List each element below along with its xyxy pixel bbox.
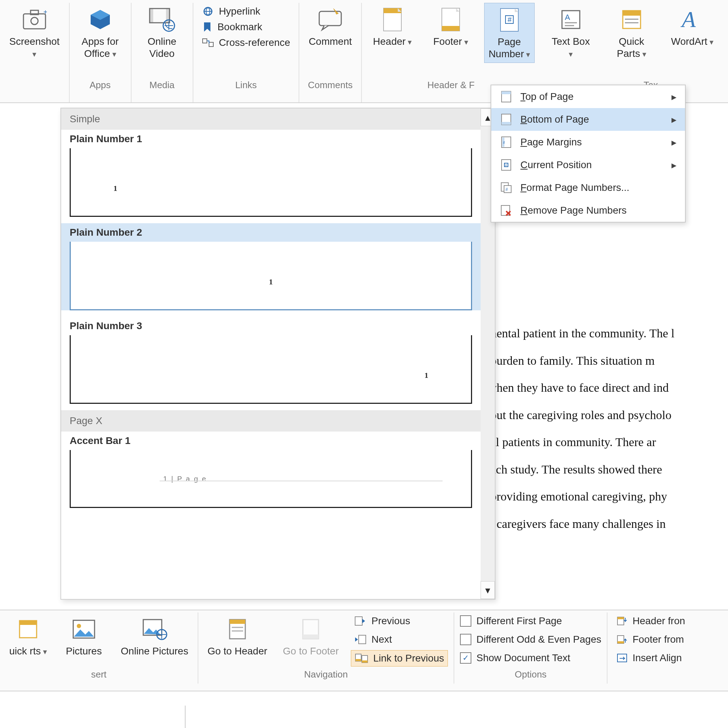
comment-button[interactable]: Comment	[305, 3, 355, 50]
svg-rect-17	[442, 26, 460, 31]
quick-parts-icon	[618, 6, 645, 34]
gallery-option-plain-1[interactable]: Plain Number 1 1	[61, 130, 480, 217]
gallery-preview: 1	[70, 242, 472, 310]
next-icon	[355, 635, 367, 644]
go-to-footer-button: Go to Footer	[279, 612, 342, 660]
svg-rect-57	[355, 617, 362, 625]
screenshot-button[interactable]: + Screenshot	[6, 3, 63, 62]
page-number-label: Page Number	[488, 36, 531, 60]
wordart-label: WordArt	[671, 35, 713, 47]
insert-alignment-tab-button[interactable]: Insert Align	[613, 650, 688, 666]
gallery-option-label: Plain Number 2	[61, 223, 480, 241]
page-current-icon: #	[500, 159, 512, 171]
screenshot-label: Screenshot	[9, 35, 60, 60]
different-first-page-checkbox[interactable]: Different First Page	[460, 613, 601, 629]
group-comments: Comment Comments	[299, 3, 361, 102]
svg-text:#: #	[508, 16, 512, 23]
checkbox-icon	[460, 634, 471, 645]
drop-cap-button[interactable]: A Dr Ca	[725, 3, 728, 62]
gallery-category-simple: Simple	[61, 109, 480, 130]
comment-label: Comment	[309, 35, 352, 47]
go-to-header-button[interactable]: Go to Header	[204, 612, 271, 660]
scroll-down-icon[interactable]: ▾	[480, 581, 495, 599]
apps-label: Apps for Office	[79, 35, 122, 60]
previous-section-button[interactable]: Previous	[351, 613, 448, 629]
submenu-arrow-icon: ▸	[671, 91, 676, 103]
link-previous-icon	[355, 653, 368, 663]
apps-for-office-button[interactable]: Apps for Office	[75, 3, 125, 62]
show-document-text-checkbox[interactable]: Show Document Text	[460, 650, 601, 666]
gallery-preview: 1 | P a g e	[70, 450, 472, 508]
svg-text:#: #	[503, 141, 505, 145]
crossref-icon	[202, 37, 214, 48]
different-odd-even-checkbox[interactable]: Different Odd & Even Pages	[460, 632, 601, 647]
wordart-icon: A	[678, 6, 706, 34]
wordart-button[interactable]: A WordArt	[667, 3, 717, 50]
footer-boundary-marker	[185, 706, 185, 728]
gallery-preview: 1	[70, 335, 472, 404]
header-button[interactable]: Header	[367, 3, 418, 50]
quick-parts-button[interactable]: Quick Parts	[604, 3, 659, 62]
comment-icon	[317, 6, 344, 34]
svg-rect-66	[618, 641, 624, 643]
text-box-label: Text Box	[549, 35, 592, 60]
header-from-top-button[interactable]: Header fron	[613, 613, 688, 629]
online-pictures-button[interactable]: Online Pictures	[117, 612, 192, 660]
svg-rect-26	[623, 11, 641, 16]
media-group-label: Media	[137, 78, 187, 94]
text-box-button[interactable]: A Text Box	[546, 3, 596, 62]
link-to-previous-button[interactable]: Link to Previous	[351, 650, 448, 667]
menu-format-page-numbers[interactable]: # Format Page Numbers...Format Page Numb…	[491, 176, 685, 199]
page-margins-icon: #	[500, 136, 512, 148]
svg-rect-11	[203, 39, 207, 43]
page-number-button[interactable]: # Page Number	[484, 3, 535, 63]
crossref-label: Cross-reference	[219, 37, 291, 48]
group-insert2: uick rts Pictures Online Pictures sert	[0, 612, 198, 684]
quick-parts-icon	[14, 615, 42, 643]
online-pictures-icon	[141, 615, 168, 643]
checkbox-icon	[460, 615, 471, 627]
svg-rect-7	[150, 9, 153, 23]
cross-reference-button[interactable]: Cross-reference	[199, 36, 293, 49]
online-video-button[interactable]: Online Video	[137, 3, 187, 62]
menu-current-position[interactable]: # Current PositionCurrent Position ▸	[491, 154, 685, 176]
gallery-category-pagex: Page X	[61, 410, 480, 431]
group-options: Different First Page Different Odd & Eve…	[454, 612, 607, 684]
bookmark-button[interactable]: Bookmark	[199, 21, 293, 34]
bookmark-label: Bookmark	[217, 21, 262, 33]
group-links: Hyperlink Bookmark Cross-reference Links	[193, 3, 300, 102]
menu-top-of-page[interactable]: TTop of Pageop of Page ▸	[491, 85, 685, 108]
submenu-arrow-icon: ▸	[671, 114, 676, 125]
gallery-option-accent-bar-1[interactable]: Accent Bar 1 1 | P a g e	[61, 431, 480, 508]
page-top-icon	[500, 90, 512, 103]
video-label: Online Video	[141, 35, 184, 60]
apps-icon	[86, 6, 114, 34]
menu-bottom-of-page[interactable]: Bottom of PageBottom of Page ▸	[491, 108, 685, 131]
svg-point-48	[77, 624, 81, 628]
hyperlink-button[interactable]: Hyperlink	[199, 5, 293, 18]
svg-rect-64	[618, 617, 624, 619]
gallery-option-plain-2[interactable]: Plain Number 2 1	[61, 223, 480, 310]
menu-remove-page-numbers[interactable]: Remove Page NumbersRemove Page Numbers	[491, 199, 685, 222]
gallery-preview: 1	[70, 148, 472, 217]
next-section-button[interactable]: Next	[351, 632, 448, 647]
bookmark-icon	[202, 22, 213, 32]
pictures-button[interactable]: Pictures	[59, 612, 109, 660]
goto-footer-icon	[297, 615, 324, 643]
menu-page-margins[interactable]: # Page MarginsPage Margins ▸	[491, 131, 685, 154]
group-screenshot: + Screenshot	[0, 3, 70, 102]
footer-button[interactable]: Footer	[426, 3, 476, 50]
apps-group-label: Apps	[75, 78, 125, 94]
pictures-icon	[70, 615, 98, 643]
svg-rect-46	[20, 621, 37, 625]
quick-parts-button-2[interactable]: uick rts	[6, 612, 50, 660]
previous-icon	[355, 616, 367, 626]
footer-position-icon	[617, 635, 627, 644]
text-box-icon: A	[557, 6, 585, 34]
footer-from-bottom-button[interactable]: Footer from	[613, 632, 688, 647]
svg-text:+: +	[43, 9, 47, 16]
hyperlink-label: Hyperlink	[219, 6, 260, 17]
quick-parts-label: Quick Parts	[608, 35, 656, 60]
gallery-option-plain-3[interactable]: Plain Number 3 1	[61, 317, 480, 404]
svg-text:#: #	[505, 187, 508, 192]
